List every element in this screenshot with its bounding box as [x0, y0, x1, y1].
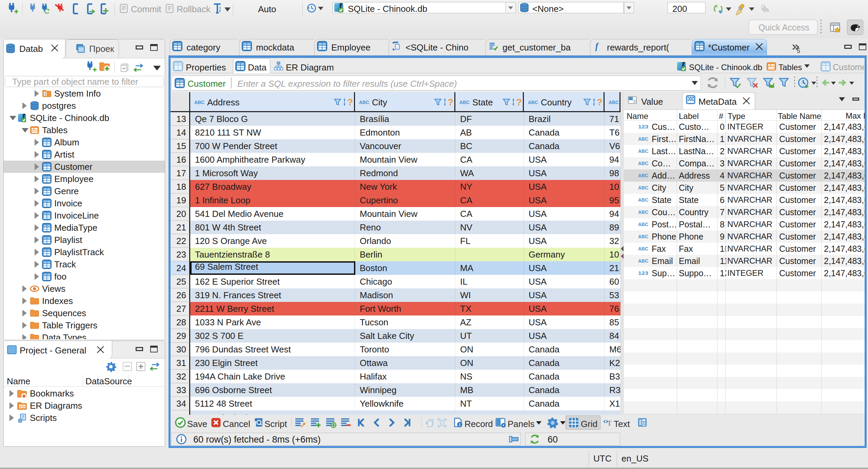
svg-text:5: 5	[797, 47, 800, 54]
svg-text:T: T	[607, 419, 612, 427]
